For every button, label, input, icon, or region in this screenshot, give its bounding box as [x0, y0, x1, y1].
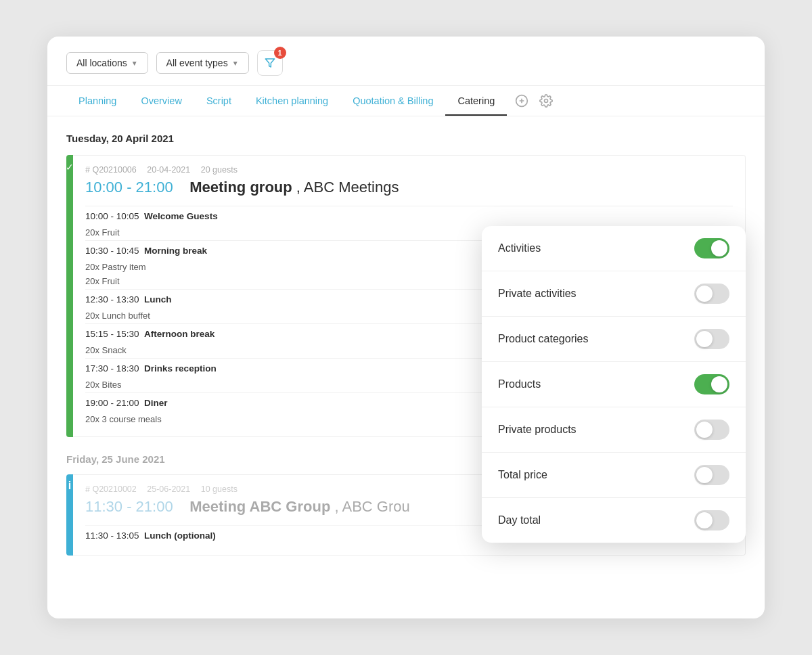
popup-row-label: Day total — [498, 514, 541, 526]
popup-row: Day total — [482, 498, 746, 543]
activity-time: 15:15 - 15:30 — [85, 329, 139, 339]
event2-name: Meeting ABC Group — [189, 498, 330, 515]
event2-company: , ABC Grou — [334, 498, 409, 515]
toggle-activities[interactable] — [694, 238, 729, 258]
settings-tab-button[interactable] — [537, 89, 556, 113]
toggle-knob — [711, 240, 727, 256]
tab-overview[interactable]: Overview — [129, 86, 194, 116]
event-types-filter[interactable]: All event types ▼ — [156, 52, 249, 74]
popup-row-label: Total price — [498, 469, 547, 481]
activity-title: Diner — [144, 398, 168, 408]
tab-script[interactable]: Script — [194, 86, 244, 116]
event-types-label: All event types — [166, 58, 228, 68]
locations-filter[interactable]: All locations ▼ — [66, 52, 148, 74]
toggle-products[interactable] — [694, 374, 729, 394]
toggle-knob — [711, 376, 727, 392]
event-time-range: 10:00 - 21:00 — [85, 179, 173, 196]
activity-title: Drinks reception — [144, 363, 217, 374]
activity-title: Lunch (optional) — [144, 530, 216, 541]
event-guests: 20 guests — [201, 165, 238, 175]
filter-icon — [265, 58, 275, 68]
filter-badge: 1 — [274, 47, 286, 59]
event-date: 20-04-2021 — [147, 165, 190, 175]
toggle-private-products[interactable] — [694, 420, 729, 440]
activity-title: Welcome Guests — [144, 211, 218, 221]
filter-icon-button[interactable]: 1 — [257, 50, 283, 76]
popup-row: Product categories — [482, 317, 746, 362]
main-card: All locations ▼ All event types ▼ 1 Plan… — [47, 37, 765, 618]
popup-row: Total price — [482, 453, 746, 498]
popup-row: Private products — [482, 407, 746, 453]
toggle-knob — [696, 422, 713, 438]
activity-time: 19:00 - 21:00 — [85, 398, 139, 408]
event-name: Meeting group — [189, 179, 292, 196]
activity-title: Lunch — [144, 294, 172, 304]
toggle-private-activities[interactable] — [694, 284, 729, 304]
add-tab-button[interactable] — [512, 89, 531, 113]
activity-time: 12:30 - 13:30 — [85, 294, 139, 304]
chevron-down-icon: ▼ — [232, 60, 239, 67]
event2-date: 25-06-2021 — [147, 484, 190, 494]
toggle-total-price[interactable] — [694, 465, 729, 485]
toggle-knob — [696, 286, 713, 302]
popup-row-label: Private activities — [498, 288, 577, 300]
check-icon: ✓ — [66, 162, 74, 173]
event2-order-id: # Q20210002 — [85, 484, 137, 494]
event-company: , ABC Meetings — [296, 179, 399, 196]
event-side-bar-2: i — [66, 474, 73, 556]
svg-marker-0 — [265, 59, 274, 67]
toggle-product-categories[interactable] — [694, 329, 729, 349]
event2-time-range: 11:30 - 21:00 — [85, 498, 173, 515]
event-order-id: # Q20210006 — [85, 165, 137, 175]
popup-row: Private activities — [482, 271, 746, 317]
toggle-day-total[interactable] — [694, 510, 729, 530]
event-title-1: 10:00 - 21:00 Meeting group , ABC Meetin… — [85, 179, 733, 196]
svg-point-4 — [545, 99, 548, 103]
activity-time: 10:00 - 10:05 — [85, 211, 139, 221]
gear-icon — [539, 94, 553, 108]
event-meta-1: # Q20210006 20-04-2021 20 guests — [85, 165, 733, 175]
tab-quotation-billing[interactable]: Quotation & Billing — [340, 86, 445, 116]
popup-row-label: Private products — [498, 424, 577, 436]
activity-row: 10:00 - 10:05 Welcome Guests — [85, 206, 733, 226]
activity-title: Morning break — [144, 246, 207, 256]
tab-planning[interactable]: Planning — [66, 86, 129, 116]
tab-bar: Planning Overview Script Kitchen plannin… — [47, 86, 765, 116]
tab-kitchen-planning[interactable]: Kitchen planning — [244, 86, 340, 116]
toggle-knob — [696, 512, 713, 528]
locations-label: All locations — [76, 58, 127, 68]
toggle-knob — [696, 331, 713, 347]
toggle-knob — [696, 467, 713, 483]
popup-row: Activities — [482, 226, 746, 271]
day1-title: Tuesday, 20 April 2021 — [66, 133, 746, 144]
activity-title: Afternoon break — [144, 329, 215, 339]
activity-time: 11:30 - 13:05 — [85, 530, 139, 541]
filter-bar: All locations ▼ All event types ▼ 1 — [47, 37, 765, 86]
info-icon: i — [68, 480, 71, 492]
popup-row-label: Products — [498, 378, 541, 390]
event2-guests: 10 guests — [201, 484, 238, 494]
tab-catering[interactable]: Catering — [445, 86, 507, 116]
event-side-bar-1: ✓ — [66, 155, 73, 437]
activity-time: 17:30 - 18:30 — [85, 363, 139, 374]
settings-popup: ActivitiesPrivate activitiesProduct cate… — [482, 226, 746, 543]
chevron-down-icon: ▼ — [131, 60, 138, 67]
popup-row-label: Activities — [498, 242, 541, 254]
popup-row-label: Product categories — [498, 333, 588, 345]
plus-circle-icon — [515, 94, 528, 108]
activity-time: 10:30 - 10:45 — [85, 246, 139, 256]
popup-row: Products — [482, 362, 746, 407]
